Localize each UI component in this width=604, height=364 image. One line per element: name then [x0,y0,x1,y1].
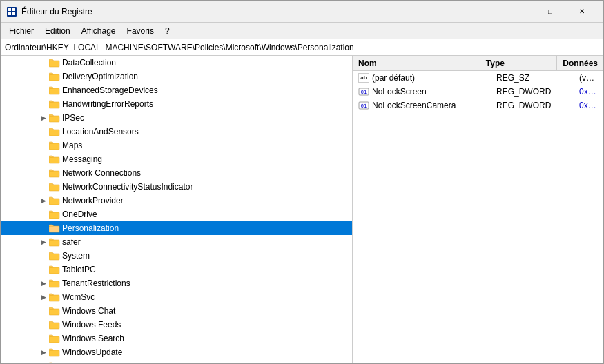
maximize-button[interactable]: □ [534,1,566,23]
menu-edition[interactable]: Edition [39,25,76,37]
tree-label: Maps [62,141,82,150]
folder-icon [49,320,60,330]
menu-affichage[interactable]: Affichage [76,25,121,37]
tree-item-tabletpc[interactable]: TabletPC [1,263,352,276]
svg-rect-8 [49,102,59,108]
folder-icon [49,237,60,247]
expand-icon[interactable]: ▶ [38,236,49,247]
tree-item-safer[interactable]: ▶ safer [1,235,352,249]
tree-item-locationandsensors[interactable]: LocationAndSensors [1,125,352,139]
menu-help[interactable]: ? [159,25,175,37]
svg-rect-4 [12,12,15,15]
header-nom: Nom [353,56,480,70]
tree-label: Network Connections [62,168,141,178]
tree-item-messaging[interactable]: Messaging [1,152,352,166]
reg-data: 0x00000001 (1) [574,86,603,97]
svg-rect-20 [49,267,59,274]
header-type: Type [480,56,557,70]
svg-rect-14 [49,185,59,191]
folder-icon [49,265,60,274]
tree-label: System [62,251,90,261]
tree-label: NetworkProvider [62,196,124,205]
tree-item-enhancedstoragedevices[interactable]: EnhancedStorageDevices [1,83,352,97]
no-expand-spacer [38,168,49,179]
tree-item-windowsupdate[interactable]: ▶ WindowsUpdate [1,345,352,359]
tree-label: EnhancedStorageDevices [62,85,158,95]
expand-icon[interactable]: ▶ [38,292,49,303]
svg-rect-15 [49,199,59,205]
tree-item-networkprovider[interactable]: ▶ NetworkProvider [1,194,352,208]
window-controls: — □ ✕ [503,1,598,23]
tree-item-datacollection[interactable]: DataCollection [1,56,352,70]
svg-rect-17 [49,226,59,232]
no-expand-spacer [38,181,49,192]
close-button[interactable]: ✕ [566,1,598,23]
folder-icon [49,292,60,302]
reg-data: (valeur non définie) [574,72,603,83]
svg-rect-1 [8,8,11,11]
expand-icon[interactable]: ▶ [38,195,49,206]
svg-rect-9 [49,116,59,122]
tree-item-networkconnectivitystatusindicator[interactable]: NetworkConnectivityStatusIndicator [1,180,352,194]
tree-item-wsdapi[interactable]: ▶ WSDAPI [1,359,352,363]
folder-icon [49,334,60,343]
minimize-button[interactable]: — [503,1,534,23]
folder-icon [49,279,60,288]
tree-item-handwritingerrorreports[interactable]: HandwritingErrorReports [1,97,352,111]
folder-icon [49,182,60,192]
tree-label: Windows Search [62,334,124,343]
expand-icon[interactable]: ▶ [38,361,49,363]
tree-item-onedrive[interactable]: OneDrive [1,208,352,221]
svg-rect-19 [49,254,59,260]
registry-editor-window: Éditeur du Registre — □ ✕ Fichier Editio… [0,0,604,364]
expand-icon[interactable]: ▶ [38,112,49,123]
tree-item-personalization[interactable]: Personalization [1,221,352,235]
registry-row-1[interactable]: 01 NoLockScreen REG_DWORD 0x00000001 (1) [353,85,603,99]
folder-icon [49,361,60,363]
tree-item-maps[interactable]: Maps [1,139,352,152]
tree-item-windowsfeeds[interactable]: Windows Feeds [1,318,352,332]
tree-item-windowssearch[interactable]: Windows Search [1,332,352,345]
folder-icon [49,58,60,68]
registry-values: ab(par défaut) REG_SZ (valeur non défini… [353,71,603,363]
folder-icon [49,141,60,150]
reg-name: ab(par défaut) [353,72,491,83]
expand-icon[interactable]: ▶ [38,278,49,289]
tree-item-networkconnections[interactable]: Network Connections [1,166,352,180]
tree-label: DeliveryOptimization [62,72,138,81]
expand-icon[interactable]: ▶ [38,347,49,358]
tree-label: WindowsUpdate [62,347,122,357]
svg-rect-13 [49,171,59,177]
folder-icon [49,113,60,123]
reg-name: 01 NoLockScreenCamera [353,100,491,111]
tree-panel[interactable]: DataCollection DeliveryOptimization Enha… [1,56,353,363]
svg-rect-23 [49,309,59,315]
folder-icon [49,168,60,178]
tree-label: Messaging [62,154,102,164]
tree-label: TenantRestrictions [62,279,130,288]
titlebar: Éditeur du Registre — □ ✕ [1,1,603,23]
tree-item-system[interactable]: System [1,249,352,263]
folder-icon [49,251,60,261]
registry-row-2[interactable]: 01 NoLockScreenCamera REG_DWORD 0x000000… [353,99,603,112]
menu-favoris[interactable]: Favoris [121,25,159,37]
menubar: Fichier Edition Affichage Favoris ? [1,23,603,39]
tree-label: OneDrive [62,210,97,219]
tree-label: LocationAndSensors [62,127,139,136]
tree-item-deliveryoptimization[interactable]: DeliveryOptimization [1,70,352,83]
folder-icon [49,223,60,233]
svg-rect-24 [49,323,59,329]
tree-item-windowschat[interactable]: Windows Chat [1,304,352,318]
registry-row-0[interactable]: ab(par défaut) REG_SZ (valeur non défini… [353,71,603,85]
tree-item-tenantrestrictions[interactable]: ▶ TenantRestrictions [1,276,352,290]
folder-icon [49,85,60,95]
svg-rect-3 [8,12,11,15]
dword-icon: 01 [358,87,369,97]
tree-item-ipsec[interactable]: ▶ IPSec [1,111,352,125]
no-expand-spacer [38,264,49,275]
reg-type: REG_DWORD [491,86,574,97]
tree-label: Windows Chat [62,306,115,316]
menu-fichier[interactable]: Fichier [3,25,39,37]
svg-text:01: 01 [361,90,367,95]
tree-item-wcmsvc[interactable]: ▶ WcmSvc [1,290,352,304]
